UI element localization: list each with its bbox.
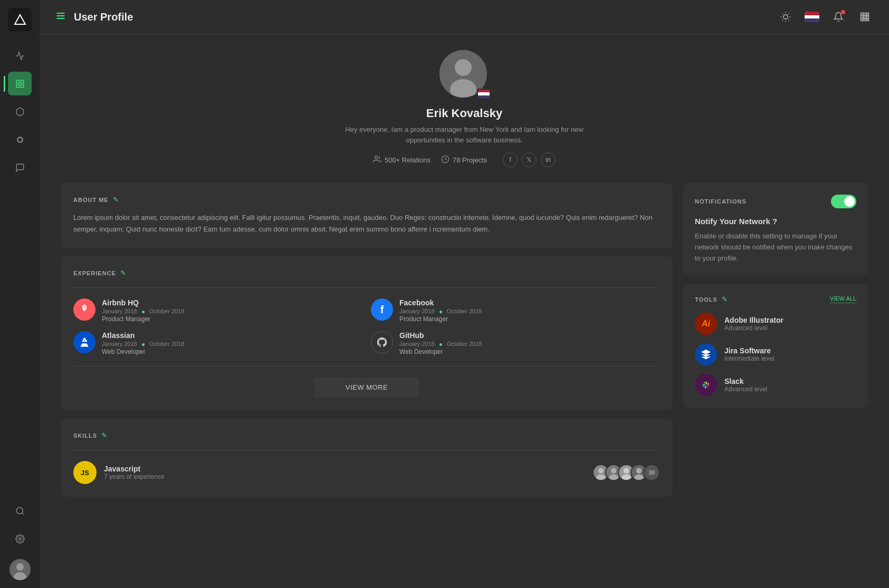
slack-name: Slack bbox=[724, 377, 767, 385]
svg-point-10 bbox=[16, 563, 24, 571]
relations-icon bbox=[373, 155, 381, 165]
profile-header: Erik Kovalsky Hey everyone, Iam a produc… bbox=[61, 50, 868, 167]
facebook-dates: January 2018 October 2018 bbox=[399, 308, 482, 314]
exp-atlassian: Atlassian January 2018 October 2018 Web … bbox=[73, 331, 362, 355]
svg-rect-5 bbox=[18, 138, 22, 142]
svg-rect-24 bbox=[861, 13, 863, 15]
svg-rect-31 bbox=[864, 19, 866, 21]
experience-card: EXPERIENCE ✎ A bbox=[61, 256, 673, 410]
projects-stat: 78 Projects bbox=[441, 155, 487, 165]
skill-javascript: JS Javascript 7 years of experience bbox=[73, 461, 660, 484]
github-info: GitHub January 2018 October 2018 Web Dev… bbox=[399, 331, 482, 355]
right-column: NOTIFICATIONS Notify Your Network ? Enab… bbox=[683, 183, 868, 505]
about-me-header: ABOUT ME ✎ bbox=[73, 196, 660, 204]
about-me-edit-icon[interactable]: ✎ bbox=[113, 196, 119, 204]
notifications-card: NOTIFICATIONS Notify Your Network ? Enab… bbox=[683, 183, 868, 275]
projects-icon bbox=[441, 155, 450, 165]
svg-rect-2 bbox=[21, 80, 23, 83]
brightness-icon[interactable] bbox=[777, 8, 794, 25]
github-logo bbox=[371, 331, 393, 353]
tool-jira: Jira Software Intermediate level bbox=[695, 343, 856, 365]
svg-line-23 bbox=[788, 14, 789, 14]
svg-rect-3 bbox=[16, 84, 19, 87]
skill-endorsers: 38 bbox=[597, 464, 660, 481]
view-all-link[interactable]: VIEW ALL bbox=[830, 295, 856, 303]
relations-stat: 500+ Relations bbox=[373, 155, 431, 165]
skill-info: Javascript 7 years of experience bbox=[104, 465, 165, 480]
avatar-container bbox=[439, 50, 490, 100]
app-logo[interactable] bbox=[8, 8, 32, 32]
tools-edit-icon[interactable]: ✎ bbox=[722, 295, 728, 303]
atlassian-role: Web Developer bbox=[102, 348, 184, 355]
experience-header: EXPERIENCE ✎ bbox=[73, 269, 660, 277]
left-column: ABOUT ME ✎ Lorem ipsum dolor sit amet, c… bbox=[61, 183, 673, 505]
skills-edit-icon[interactable]: ✎ bbox=[101, 431, 107, 439]
svg-line-22 bbox=[782, 20, 783, 20]
social-icons: f 𝕏 in bbox=[503, 152, 556, 167]
sidebar-item-chat[interactable] bbox=[8, 156, 32, 179]
svg-point-34 bbox=[455, 59, 472, 76]
page-content: Erik Kovalsky Hey everyone, Iam a produc… bbox=[40, 34, 889, 588]
twitter-link[interactable]: 𝕏 bbox=[522, 152, 537, 167]
svg-rect-29 bbox=[867, 16, 868, 18]
skills-header: SKILLS ✎ bbox=[73, 431, 660, 439]
main-area: User Profile bbox=[40, 0, 889, 588]
jira-logo bbox=[695, 343, 717, 365]
svg-rect-1 bbox=[16, 80, 19, 83]
slack-logo bbox=[695, 374, 717, 396]
jira-name: Jira Software bbox=[724, 346, 775, 355]
view-more-button[interactable]: VIEW MORE bbox=[314, 377, 419, 398]
experience-grid: Airbnb HQ January 2018 October 2018 Prod… bbox=[73, 298, 660, 355]
facebook-name: Facebook bbox=[399, 298, 482, 307]
tool-adobe-illustrator: Ai Adobe Illustrator Advanced level bbox=[695, 313, 856, 335]
skill-experience: 7 years of experience bbox=[104, 473, 165, 480]
svg-rect-30 bbox=[861, 19, 863, 21]
profile-name: Erik Kovalsky bbox=[426, 107, 502, 120]
linkedin-link[interactable]: in bbox=[541, 152, 556, 167]
airbnb-info: Airbnb HQ January 2018 October 2018 Prod… bbox=[102, 298, 184, 323]
skill-name: Javascript bbox=[104, 465, 165, 473]
tools-card: TOOLS ✎ VIEW ALL Ai Adobe Illustrator Ad… bbox=[683, 284, 868, 408]
slack-level: Advanced level bbox=[724, 385, 767, 393]
apps-icon[interactable] bbox=[856, 8, 873, 25]
adobe-illustrator-logo: Ai bbox=[695, 313, 717, 335]
language-flag-icon[interactable] bbox=[804, 8, 820, 25]
svg-point-8 bbox=[18, 537, 21, 540]
notify-network-question: Notify Your Network ? bbox=[695, 217, 856, 226]
sidebar-item-activity[interactable] bbox=[8, 44, 32, 68]
js-badge: JS bbox=[73, 461, 97, 484]
svg-rect-28 bbox=[864, 16, 866, 18]
experience-title: EXPERIENCE bbox=[73, 270, 116, 276]
relations-count: 500+ Relations bbox=[385, 156, 431, 164]
menu-icon[interactable] bbox=[55, 11, 66, 24]
notify-network-description: Enable or disable this setting to manage… bbox=[695, 231, 856, 264]
svg-rect-26 bbox=[867, 13, 868, 15]
sidebar-item-chip[interactable] bbox=[8, 128, 32, 151]
profile-bio: Hey everyone, Iam a product manager from… bbox=[332, 124, 596, 145]
notifications-title: NOTIFICATIONS bbox=[695, 198, 747, 205]
github-role: Web Developer bbox=[399, 348, 482, 355]
sidebar-item-dashboard[interactable] bbox=[8, 72, 32, 95]
exp-facebook: f Facebook January 2018 October 2018 Pro… bbox=[371, 298, 660, 323]
tool-slack: Slack Advanced level bbox=[695, 374, 856, 396]
sidebar-item-settings[interactable] bbox=[8, 527, 32, 551]
notification-bell-icon[interactable] bbox=[830, 8, 847, 25]
facebook-link[interactable]: f bbox=[503, 152, 518, 167]
atlassian-info: Atlassian January 2018 October 2018 Web … bbox=[102, 331, 184, 355]
notifications-toggle[interactable] bbox=[831, 195, 856, 208]
experience-edit-icon[interactable]: ✎ bbox=[120, 269, 126, 277]
svg-line-19 bbox=[788, 20, 789, 20]
user-avatar-sidebar[interactable] bbox=[9, 559, 31, 580]
country-flag bbox=[477, 89, 491, 99]
sidebar-item-search[interactable] bbox=[8, 499, 32, 523]
sidebar-item-cube[interactable] bbox=[8, 100, 32, 123]
jira-info: Jira Software Intermediate level bbox=[724, 346, 775, 362]
svg-point-36 bbox=[375, 156, 377, 159]
projects-count: 78 Projects bbox=[453, 156, 487, 164]
facebook-logo: f bbox=[371, 298, 393, 321]
svg-rect-32 bbox=[867, 19, 868, 21]
skills-divider bbox=[73, 450, 660, 450]
svg-point-42 bbox=[611, 468, 617, 474]
svg-point-39 bbox=[598, 468, 604, 474]
skills-card: SKILLS ✎ JS Javascript 7 years of experi… bbox=[61, 419, 673, 497]
